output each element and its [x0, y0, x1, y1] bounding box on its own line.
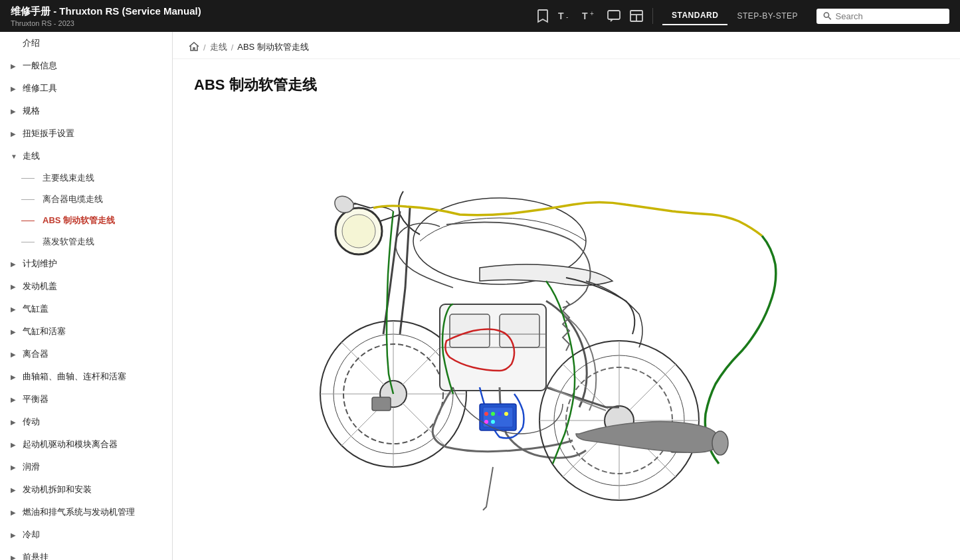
sidebar-item-clutch-cable[interactable]: 离合器电缆走线: [21, 189, 172, 210]
arrow-icon: ▶: [11, 554, 19, 561]
motorcycle-diagram: [194, 108, 792, 520]
breadcrumb-routing[interactable]: 走线: [210, 41, 227, 53]
sidebar-item-label: 介绍: [23, 37, 40, 49]
arrow-icon: ▶: [11, 108, 19, 115]
svg-point-54: [712, 431, 728, 455]
sidebar-item-lubrication[interactable]: ▶ 润滑: [0, 456, 172, 478]
sidebar-item-engine-remove[interactable]: ▶ 发动机拆卸和安装: [0, 478, 172, 501]
arrow-icon: ▶: [11, 509, 19, 516]
svg-rect-42: [483, 407, 513, 427]
sidebar-item-label: 计划维护: [23, 258, 57, 270]
standard-mode-btn[interactable]: STANDARD: [662, 7, 727, 25]
sidebar-item-cooling[interactable]: ▶ 冷却: [0, 523, 172, 546]
arrow-icon: ▶: [11, 306, 19, 313]
breadcrumb-sep-2: /: [231, 43, 234, 52]
svg-rect-25: [450, 314, 490, 347]
svg-point-48: [491, 420, 495, 424]
sidebar-item-label: 燃油和排气系统与发动机管理: [23, 506, 135, 518]
sidebar-item-balancer[interactable]: ▶ 平衡器: [0, 388, 172, 411]
arrow-icon: ▶: [11, 283, 19, 290]
app-title: 维修手册 - Thruxton RS (Service Manual): [11, 5, 201, 18]
sidebar-item-label: 气缸盖: [23, 303, 48, 315]
sidebar-item-routing[interactable]: ▼ 走线: [0, 145, 172, 167]
sidebar-item-label: 规格: [23, 105, 40, 117]
sidebar-item-clutch[interactable]: ▶ 离合器: [0, 343, 172, 365]
sidebar-item-label: 前悬挂: [23, 551, 48, 560]
sidebar-item-label: 气缸和活塞: [23, 326, 66, 337]
svg-point-44: [491, 412, 495, 416]
main-layout: 介绍 ▶ 一般信息 ▶ 维修工具 ▶ 规格 ▶ 扭矩扳手设置 ▼ 走线: [0, 32, 960, 560]
svg-text:-: -: [566, 13, 568, 21]
svg-point-43: [484, 412, 488, 416]
sidebar-item-intro[interactable]: 介绍: [0, 32, 172, 54]
sidebar-item-evap[interactable]: 蒸发软管走线: [21, 231, 172, 252]
layout-icon[interactable]: [630, 10, 643, 22]
view-mode-selector: STANDARD STEP-BY-STEP: [662, 7, 807, 25]
sidebar-item-label: 发动机拆卸和安装: [23, 484, 92, 496]
sidebar-item-label: 离合器: [23, 348, 48, 360]
app-subtitle: Thruxton RS - 2023: [11, 19, 201, 27]
text-decrease-icon[interactable]: T -: [558, 10, 573, 22]
comment-icon[interactable]: [607, 10, 621, 22]
step-by-step-mode-btn[interactable]: STEP-BY-STEP: [727, 7, 807, 25]
sidebar-item-label: 蒸发软管走线: [43, 236, 94, 248]
arrow-icon: ▶: [11, 351, 19, 358]
sidebar-item-transmission[interactable]: ▶ 传动: [0, 411, 172, 433]
svg-point-52: [342, 215, 375, 248]
svg-point-8: [824, 13, 828, 17]
sidebar-item-fuel[interactable]: ▶ 燃油和排气系统与发动机管理: [0, 501, 172, 523]
sidebar-item-cyl-head[interactable]: ▶ 气缸盖: [0, 298, 172, 320]
header-divider: [652, 8, 653, 24]
diagram-container: [194, 108, 792, 520]
sidebar-item-label: 平衡器: [23, 393, 48, 405]
arrow-icon: ▶: [11, 62, 19, 70]
sidebar-item-label: 冷却: [23, 529, 40, 541]
arrow-icon: ▶: [11, 130, 19, 138]
sidebar-item-cyl-piston[interactable]: ▶ 气缸和活塞: [0, 320, 172, 343]
sidebar-item-crankcase[interactable]: ▶ 曲轴箱、曲轴、连杆和活塞: [0, 365, 172, 388]
arrow-icon: ▶: [11, 464, 19, 471]
sidebar-item-label: 维修工具: [23, 82, 57, 94]
arrow-icon: ▶: [11, 441, 19, 448]
page-title: ABS 制动软管走线: [194, 75, 939, 95]
arrow-icon: ▶: [11, 85, 19, 92]
sidebar-item-label: 起动机驱动和模块离合器: [23, 438, 118, 450]
arrow-icon: ▶: [11, 396, 19, 403]
svg-text:+: +: [590, 10, 594, 17]
main-content: / 走线 / ABS 制动软管走线 ABS 制动软管走线: [173, 32, 960, 560]
svg-text:T: T: [558, 11, 564, 21]
svg-rect-49: [372, 397, 391, 411]
header-tools: T - T + STANDARD STEP-BY-: [537, 7, 949, 25]
bookmark-icon[interactable]: [537, 9, 549, 23]
search-icon: [823, 11, 832, 21]
content-area: ABS 制动软管走线: [173, 59, 960, 536]
sidebar-item-specs[interactable]: ▶ 规格: [0, 100, 172, 122]
sidebar-item-main-harness[interactable]: 主要线束走线: [21, 167, 172, 189]
sidebar-item-label: 一般信息: [23, 60, 57, 72]
svg-point-45: [498, 412, 502, 416]
arrow-icon: ▼: [11, 153, 19, 160]
sidebar-item-front-susp[interactable]: ▶ 前悬挂: [0, 546, 172, 560]
sidebar-item-label: 主要线束走线: [43, 172, 94, 184]
sidebar-item-scheduled[interactable]: ▶ 计划维护: [0, 252, 172, 275]
svg-line-9: [828, 17, 831, 20]
sidebar-item-label: 离合器电缆走线: [43, 193, 103, 205]
sidebar-item-label: ABS 制动软管走线: [43, 215, 115, 227]
search-input[interactable]: [836, 11, 943, 21]
sidebar-item-engine-cover[interactable]: ▶ 发动机盖: [0, 275, 172, 298]
svg-point-46: [504, 412, 508, 416]
sidebar-item-starter[interactable]: ▶ 起动机驱动和模块离合器: [0, 433, 172, 456]
sidebar-item-abs-hose[interactable]: ABS 制动软管走线: [21, 210, 172, 231]
header: 维修手册 - Thruxton RS (Service Manual) Thru…: [0, 0, 960, 32]
svg-rect-4: [608, 11, 620, 19]
arrow-icon: ▶: [11, 419, 19, 426]
sidebar-item-tools[interactable]: ▶ 维修工具: [0, 77, 172, 100]
search-box[interactable]: [816, 9, 949, 24]
breadcrumb: / 走线 / ABS 制动软管走线: [173, 32, 960, 59]
header-title-wrap: 维修手册 - Thruxton RS (Service Manual) Thru…: [11, 5, 201, 27]
sidebar-item-label: 发动机盖: [23, 280, 57, 292]
text-increase-icon[interactable]: T +: [582, 10, 598, 22]
home-icon[interactable]: [189, 42, 199, 53]
sidebar-item-general[interactable]: ▶ 一般信息: [0, 54, 172, 77]
sidebar-item-torque[interactable]: ▶ 扭矩扳手设置: [0, 122, 172, 145]
